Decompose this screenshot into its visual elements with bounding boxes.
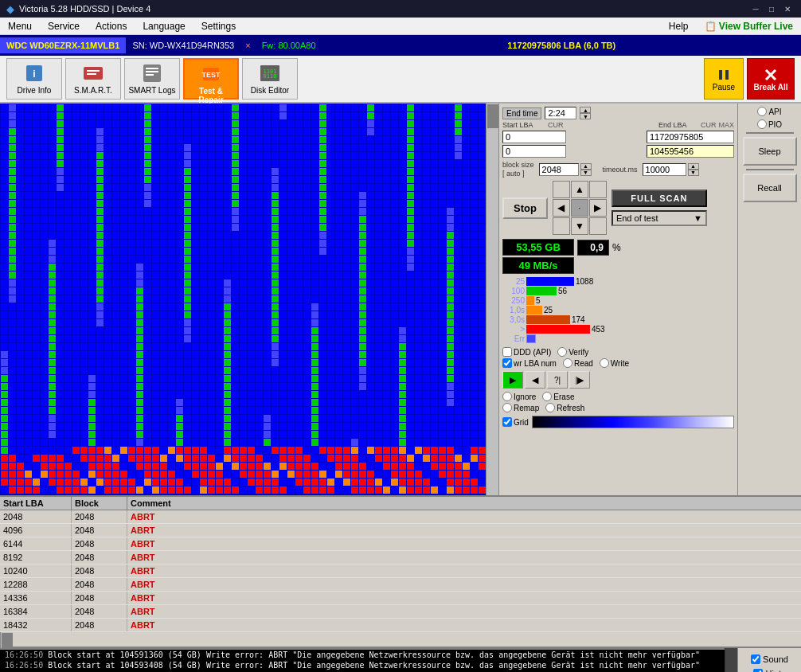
- svg-text:0110: 0110: [264, 73, 277, 80]
- refresh-radio-input[interactable]: [545, 403, 555, 412]
- sound-check[interactable]: Sound: [751, 654, 788, 664]
- lba-pos-input[interactable]: [647, 145, 734, 158]
- map-scrollbar[interactable]: [486, 104, 498, 495]
- dir-left[interactable]: ◀: [553, 199, 570, 217]
- refresh-radio[interactable]: Refresh: [545, 403, 584, 412]
- end-lba-label: End LBA: [658, 121, 698, 129]
- stat-val-gt: 453: [592, 325, 605, 334]
- timeout-down[interactable]: ▼: [688, 170, 699, 176]
- maximize-button[interactable]: □: [764, 2, 779, 16]
- read-radio[interactable]: Read: [563, 358, 593, 368]
- recall-button[interactable]: Recall: [743, 174, 797, 202]
- dir-down[interactable]: ▼: [571, 217, 588, 235]
- goto-button[interactable]: ?|: [547, 371, 568, 389]
- end-time-up[interactable]: ▲: [580, 107, 591, 113]
- end-time-spinner[interactable]: ▲ ▼: [580, 107, 591, 119]
- block-size-area: block size [ auto ]: [502, 161, 534, 178]
- write-radio-input[interactable]: [600, 358, 609, 368]
- log-table-body[interactable]: 2048 2048 ABRT 4096 2048 ABRT 6144 2048 …: [0, 510, 801, 632]
- erase-radio[interactable]: Erase: [542, 392, 574, 401]
- dir-up[interactable]: ▲: [571, 181, 588, 198]
- remap-radio[interactable]: Remap: [502, 403, 539, 412]
- timeout-up[interactable]: ▲: [688, 163, 699, 170]
- max-label: MAX: [718, 121, 734, 129]
- menu-item-settings[interactable]: Settings: [193, 19, 244, 33]
- play-button[interactable]: ▶: [502, 371, 523, 389]
- end-lba-input[interactable]: [647, 131, 734, 143]
- map-scroll-thumb[interactable]: [487, 104, 498, 128]
- bottom-log[interactable]: 16:26:50 Block start at 104591360 (54 GB…: [0, 648, 725, 672]
- end-time-input[interactable]: [545, 107, 576, 119]
- verify-radio[interactable]: Verify: [557, 347, 588, 357]
- hints-checkbox[interactable]: [753, 669, 763, 672]
- api-radio[interactable]: API: [757, 107, 781, 116]
- block-size-input[interactable]: [539, 163, 579, 176]
- menu-item-service[interactable]: Service: [40, 19, 88, 33]
- speed-display: 53,55 GB: [502, 239, 574, 256]
- smart-button[interactable]: S.M.A.R.T.: [65, 58, 121, 100]
- device-close-button[interactable]: ×: [240, 39, 255, 52]
- end-time-down[interactable]: ▼: [580, 113, 591, 119]
- direction-pad[interactable]: ▲ ◀ · ▶ ▼: [553, 181, 607, 235]
- timeout-input[interactable]: [643, 163, 686, 176]
- ignore-radio[interactable]: Ignore: [502, 392, 536, 401]
- read-radio-input[interactable]: [563, 358, 572, 368]
- dir-center[interactable]: ·: [571, 199, 588, 217]
- ignore-radio-input[interactable]: [502, 392, 512, 401]
- break-all-button[interactable]: Break All: [747, 58, 795, 100]
- ddd-api-checkbox[interactable]: [502, 347, 512, 357]
- disk-editor-icon: 11010110: [259, 62, 281, 84]
- bottom-log-scrollbar[interactable]: [725, 648, 737, 672]
- stat-bar-25: [526, 277, 574, 286]
- cell-block: 2048: [72, 524, 127, 537]
- write-radio[interactable]: Write: [600, 358, 629, 368]
- menu-item-help[interactable]: Help: [661, 19, 697, 33]
- end-of-test-dropdown[interactable]: End of test ▼: [611, 210, 707, 226]
- window-controls[interactable]: ─ □ ✕: [748, 2, 795, 16]
- ddd-api-check[interactable]: DDD (API): [502, 347, 551, 357]
- api-radio-input[interactable]: [757, 107, 767, 116]
- sound-checkbox[interactable]: [751, 654, 760, 664]
- pause-label: Pause: [713, 83, 735, 92]
- block-size-spinner[interactable]: ▲ ▼: [580, 163, 592, 176]
- hints-check[interactable]: Hints: [753, 669, 785, 672]
- block-size-up[interactable]: ▲: [580, 163, 592, 170]
- cell-block: 2048: [72, 537, 127, 550]
- menu-item-language[interactable]: Language: [135, 19, 193, 33]
- log-table-area: Start LBA Block Comment 2048 2048 ABRT 4…: [0, 495, 801, 647]
- start-lba-input[interactable]: [502, 131, 566, 143]
- menu-item-menu[interactable]: Menu: [0, 19, 40, 33]
- stat-val-1s: 25: [544, 306, 553, 315]
- close-button[interactable]: ✕: [780, 2, 795, 16]
- cell-lba: 18432: [0, 619, 72, 631]
- menu-item-actions[interactable]: Actions: [88, 19, 135, 33]
- grid-check[interactable]: Grid: [502, 417, 529, 427]
- pio-radio[interactable]: PIO: [757, 119, 782, 129]
- pause-button[interactable]: Pause: [704, 58, 744, 100]
- erase-radio-input[interactable]: [542, 392, 552, 401]
- smart-logs-button[interactable]: SMART Logs: [124, 58, 180, 100]
- backward-button[interactable]: ◀: [525, 371, 545, 389]
- sleep-button[interactable]: Sleep: [743, 137, 797, 166]
- verify-radio-input[interactable]: [557, 347, 567, 357]
- view-buffer-button[interactable]: 📋 View Buffer Live: [697, 19, 801, 33]
- dir-right[interactable]: ▶: [589, 199, 607, 217]
- minimize-button[interactable]: ─: [748, 2, 763, 16]
- grid-checkbox[interactable]: [502, 417, 512, 427]
- wr-lba-check[interactable]: wr LBA num: [502, 358, 557, 368]
- lba-cur-input[interactable]: [502, 145, 566, 158]
- wr-lba-checkbox[interactable]: [502, 358, 512, 368]
- end-button[interactable]: |▶: [569, 371, 590, 389]
- drive-info-button[interactable]: i Drive Info: [6, 58, 62, 100]
- fullscan-button[interactable]: FULL SCAN: [611, 189, 707, 207]
- test-repair-button[interactable]: TEST Test & Repair: [183, 58, 239, 100]
- stop-button[interactable]: Stop: [502, 197, 548, 219]
- pio-radio-input[interactable]: [757, 119, 767, 129]
- block-size-down[interactable]: ▼: [580, 170, 592, 176]
- remap-radio-input[interactable]: [502, 403, 512, 412]
- table-row: 2048 2048 ABRT: [0, 510, 801, 524]
- timeout-spinner[interactable]: ▲ ▼: [688, 163, 699, 176]
- disk-map[interactable]: [0, 104, 486, 495]
- disk-editor-button[interactable]: 11010110 Disk Editor: [242, 58, 298, 100]
- end-time-row: End time ▲ ▼: [502, 107, 734, 119]
